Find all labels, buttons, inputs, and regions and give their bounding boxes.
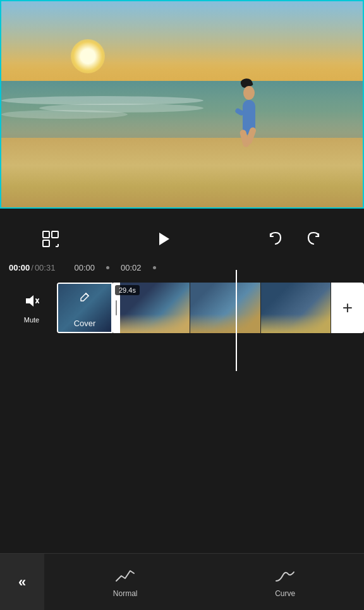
normal-label: Normal <box>113 589 138 598</box>
svg-marker-11 <box>159 233 169 245</box>
svg-rect-1 <box>52 231 58 238</box>
redo-button[interactable] <box>301 226 326 252</box>
cover-thumbnail[interactable]: Cover <box>57 283 112 333</box>
svg-line-15 <box>86 293 88 296</box>
bottom-nav: « Normal Curve <box>0 553 364 610</box>
mute-label: Mute <box>24 316 39 324</box>
nav-item-normal[interactable]: Normal <box>113 566 138 598</box>
stamp-marker-2: 00:02 <box>121 263 142 272</box>
stamp-dot-1 <box>106 266 109 269</box>
curve-icon <box>275 566 295 586</box>
current-time: 00:00 <box>9 263 30 272</box>
back-icon: « <box>18 574 26 590</box>
cover-edit-icon <box>79 290 90 304</box>
undo-button[interactable] <box>263 226 288 252</box>
video-frame-3 <box>261 283 331 333</box>
mute-button[interactable]: Mute <box>13 293 51 324</box>
total-time: 00:31 <box>35 263 56 272</box>
video-frame-2 <box>190 283 260 333</box>
stamp-dot-2 <box>153 266 156 269</box>
playhead <box>236 270 237 371</box>
video-strip: 29.4s <box>112 283 364 333</box>
play-button[interactable] <box>150 226 176 252</box>
nav-items: Normal Curve <box>44 566 364 598</box>
add-icon: + <box>343 298 353 318</box>
timecode-separator: / <box>31 263 33 272</box>
svg-rect-0 <box>43 231 49 238</box>
video-frames <box>120 283 331 333</box>
add-clip-button[interactable]: + <box>331 283 364 333</box>
cover-label: Cover <box>74 319 96 328</box>
stamp-marker-1: 00:00 <box>74 263 95 272</box>
nav-back-button[interactable]: « <box>0 554 44 611</box>
svg-marker-12 <box>26 295 33 307</box>
svg-rect-2 <box>43 240 49 247</box>
timeline-area: Mute Cover 29.4s <box>0 276 364 339</box>
mute-icon <box>23 293 40 313</box>
controls-area: 00:00 / 00:31 00:00 00:02 Mute <box>0 209 364 610</box>
curve-label: Curve <box>275 589 295 598</box>
timeline-stamps: 00:00 00:02 <box>74 263 355 272</box>
fullscreen-button[interactable] <box>38 226 63 252</box>
toolbar <box>0 209 364 263</box>
normal-icon <box>115 566 135 586</box>
video-preview <box>0 0 364 209</box>
duration-badge: 29.4s <box>115 285 140 295</box>
timecode-row: 00:00 / 00:31 00:00 00:02 <box>0 263 364 272</box>
nav-item-curve[interactable]: Curve <box>275 566 295 598</box>
timeline-track: Cover 29.4s <box>57 283 364 333</box>
